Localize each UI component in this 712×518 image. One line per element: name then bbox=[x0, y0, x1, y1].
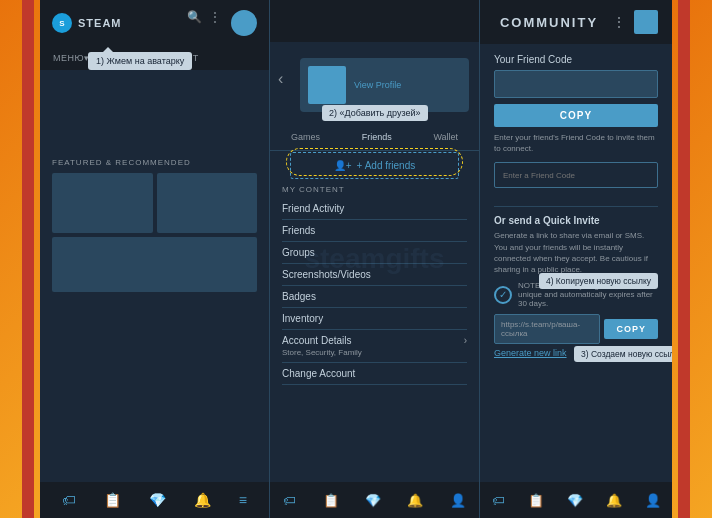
main-container: S STEAM 🔍 ⋮ МЕНЮ▾ WISHLIST WALLET 1) Жме… bbox=[40, 0, 672, 518]
friend-code-section: Your Friend Code COPY Enter your friend'… bbox=[494, 54, 658, 196]
step1-tooltip: 1) Жмем на аватарку bbox=[88, 52, 192, 70]
featured-section: FEATURED & RECOMMENDED bbox=[40, 150, 269, 300]
check-mark: ✓ bbox=[499, 289, 507, 300]
tag-icon-right[interactable]: 🏷 bbox=[492, 493, 505, 508]
steam-title: STEAM bbox=[78, 17, 122, 29]
add-friends-icon: 👤+ bbox=[334, 160, 352, 171]
back-arrow-icon[interactable]: ‹ bbox=[278, 70, 283, 88]
generate-new-link-button[interactable]: Generate new link bbox=[494, 348, 567, 358]
list-item-account[interactable]: › Account Details Store, Security, Famil… bbox=[282, 330, 467, 363]
link-row: https://s.team/p/ваша-ссылка COPY bbox=[494, 314, 658, 344]
left-panel: S STEAM 🔍 ⋮ МЕНЮ▾ WISHLIST WALLET 1) Жме… bbox=[40, 0, 270, 518]
list-item-friends[interactable]: Friends bbox=[282, 220, 467, 242]
list-item-badges[interactable]: Badges bbox=[282, 286, 467, 308]
view-profile-btn[interactable]: View Profile bbox=[354, 80, 401, 90]
copy-button-1[interactable]: COPY bbox=[494, 104, 658, 127]
step2-tooltip: 2) «Добавить друзей» bbox=[322, 105, 428, 121]
step4-label: 4) Копируем новую ссылку bbox=[546, 276, 651, 286]
quick-invite-desc: Generate a link to share via email or SM… bbox=[494, 230, 658, 275]
community-menu-icon[interactable]: ⋮ bbox=[612, 14, 626, 30]
featured-item-2 bbox=[157, 173, 258, 233]
friend-code-label: Your Friend Code bbox=[494, 54, 658, 65]
list-item-groups[interactable]: Groups bbox=[282, 242, 467, 264]
steam-logo-icon: S bbox=[52, 13, 72, 33]
gift-ribbon-left bbox=[22, 0, 34, 518]
generate-link-row: Generate new link 3) Создаем новую ссылк… bbox=[494, 348, 658, 358]
add-friends-label: + Add friends bbox=[357, 160, 416, 171]
middle-tabs: Games Friends Wallet bbox=[270, 130, 479, 151]
steam-header-icons: 🔍 ⋮ bbox=[187, 10, 257, 36]
divider bbox=[494, 206, 658, 207]
diamond-icon-right[interactable]: 💎 bbox=[567, 493, 583, 508]
diamond-icon-mid[interactable]: 💎 bbox=[365, 493, 381, 508]
featured-item-wide bbox=[52, 237, 257, 292]
community-header: COMMUNITY ⋮ bbox=[480, 0, 672, 44]
profile-avatar bbox=[308, 66, 346, 104]
check-circle-icon: ✓ bbox=[494, 286, 512, 304]
steam-header: S STEAM 🔍 ⋮ bbox=[40, 0, 269, 46]
middle-panel: ‹ View Profile 2) «Добавить друзей» Game… bbox=[270, 0, 480, 518]
quick-invite-section: Or send a Quick Invite Generate a link t… bbox=[494, 215, 658, 358]
bell-icon-right[interactable]: 🔔 bbox=[606, 493, 622, 508]
list-icon[interactable]: 📋 bbox=[104, 492, 121, 508]
featured-label: FEATURED & RECOMMENDED bbox=[52, 158, 257, 167]
add-friends-button[interactable]: 👤+ + Add friends bbox=[290, 152, 459, 179]
gift-ribbon-right bbox=[678, 0, 690, 518]
quick-invite-title: Or send a Quick Invite bbox=[494, 215, 658, 226]
bell-icon[interactable]: 🔔 bbox=[194, 492, 211, 508]
tab-friends[interactable]: Friends bbox=[358, 130, 396, 144]
list-item-friend-activity[interactable]: Friend Activity bbox=[282, 198, 467, 220]
community-avatar[interactable] bbox=[634, 10, 658, 34]
tab-wallet[interactable]: Wallet bbox=[429, 130, 462, 144]
bell-icon-mid[interactable]: 🔔 bbox=[407, 493, 423, 508]
menu-dots-icon[interactable]: ⋮ bbox=[209, 10, 223, 24]
community-content: Your Friend Code COPY Enter your friend'… bbox=[480, 44, 672, 482]
tag-icon[interactable]: 🏷 bbox=[62, 492, 76, 508]
community-title: COMMUNITY bbox=[500, 15, 598, 30]
list-item-inventory[interactable]: Inventory bbox=[282, 308, 467, 330]
featured-grid bbox=[52, 173, 257, 292]
avatar[interactable] bbox=[231, 10, 257, 36]
tag-icon-mid[interactable]: 🏷 bbox=[283, 493, 296, 508]
my-content-label: MY CONTENT bbox=[282, 185, 345, 194]
step4-tooltip: 4) Копируем новую ссылку bbox=[539, 273, 658, 289]
hamburger-icon[interactable]: ≡ bbox=[239, 492, 247, 508]
featured-item-1 bbox=[52, 173, 153, 233]
copy-button-2[interactable]: COPY bbox=[604, 319, 658, 339]
content-list: Friend Activity Friends Groups Screensho… bbox=[282, 198, 467, 385]
friend-code-desc: Enter your friend's Friend Code to invit… bbox=[494, 132, 658, 154]
search-icon[interactable]: 🔍 bbox=[187, 10, 201, 24]
tab-games[interactable]: Games bbox=[287, 130, 324, 144]
friend-code-input[interactable] bbox=[494, 70, 658, 98]
step3-label: 3) Создаем новую ссылку bbox=[581, 349, 672, 359]
right-panel: COMMUNITY ⋮ Your Friend Code COPY Enter … bbox=[480, 0, 672, 518]
list-icon-right[interactable]: 📋 bbox=[528, 493, 544, 508]
person-icon-right[interactable]: 👤 bbox=[645, 493, 661, 508]
list-item-screenshots[interactable]: Screenshots/Videos bbox=[282, 264, 467, 286]
diamond-icon[interactable]: 💎 bbox=[149, 492, 166, 508]
middle-header bbox=[270, 0, 479, 42]
middle-bottom-nav: 🏷 📋 💎 🔔 👤 bbox=[270, 482, 479, 518]
person-icon-mid[interactable]: 👤 bbox=[450, 493, 466, 508]
right-bottom-nav: 🏷 📋 💎 🔔 👤 bbox=[480, 482, 672, 518]
left-bottom-nav: 🏷 📋 💎 🔔 ≡ bbox=[40, 482, 269, 518]
list-item-change-account[interactable]: Change Account bbox=[282, 363, 467, 385]
profile-card: View Profile bbox=[300, 58, 469, 112]
step3-tooltip: 3) Создаем новую ссылку bbox=[574, 346, 672, 362]
list-icon-mid[interactable]: 📋 bbox=[323, 493, 339, 508]
step1-label: 1) Жмем на аватарку bbox=[96, 56, 184, 66]
link-url: https://s.team/p/ваша-ссылка bbox=[494, 314, 600, 344]
arrow-icon: › bbox=[464, 335, 467, 346]
enter-code-input[interactable] bbox=[494, 162, 658, 188]
step2-label: 2) «Добавить друзей» bbox=[329, 108, 421, 118]
